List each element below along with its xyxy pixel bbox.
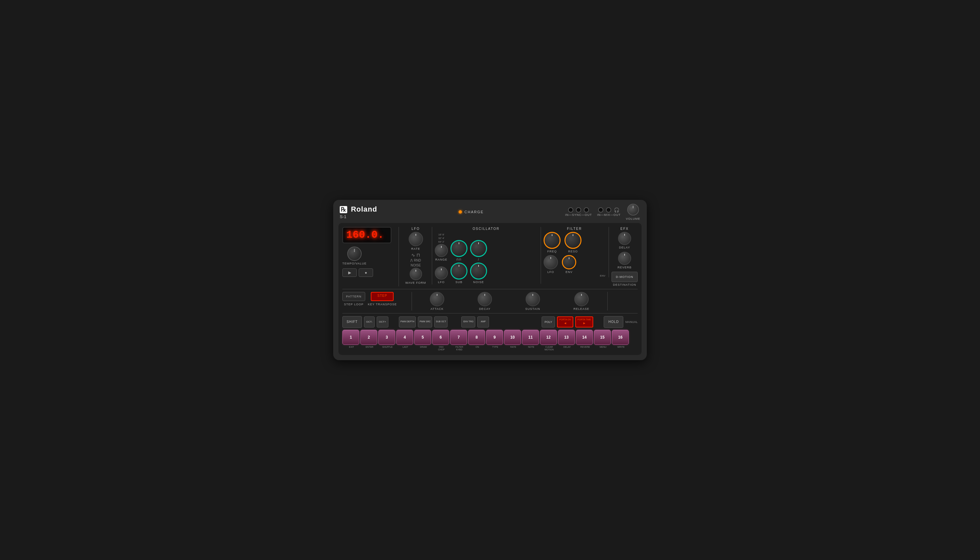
filter-freq-label: FREQ — [547, 250, 557, 253]
filter-reso-knob[interactable] — [564, 232, 581, 249]
env-section-label: ENV — [544, 274, 605, 277]
tempo-knob[interactable] — [347, 247, 362, 261]
range-labels-bot: 64' 2' — [438, 240, 444, 243]
osc-wave1-unit: ⊓⊓ — [451, 240, 467, 261]
step-button-11[interactable]: 11 — [522, 330, 539, 345]
bottom-top-row: SHIFT OCT- OCT+ PWM DEPTH PWM SRC SUB OC… — [342, 316, 638, 328]
step-button-16[interactable]: 16 — [612, 330, 629, 345]
step-button-13[interactable]: 13 — [558, 330, 575, 345]
hold-button[interactable]: HOLD — [604, 316, 623, 328]
oct-minus-label: OCT- — [366, 320, 372, 323]
wave-tri-icon[interactable]: /\ — [410, 258, 412, 263]
mix-jacks: 🎧 — [598, 207, 619, 213]
amp-button[interactable]: AMP — [477, 317, 489, 328]
step-button-10[interactable]: 10 — [504, 330, 521, 345]
wave-square-icon[interactable]: ⊓ — [416, 252, 420, 258]
amp-label: AMP — [481, 320, 486, 323]
osc-sub-knob[interactable] — [451, 263, 467, 280]
step-button-12[interactable]: 12 — [540, 330, 557, 345]
osc-wave2-knob[interactable] — [470, 240, 487, 257]
oct-plus-label: OCT+ — [379, 320, 386, 323]
range-32: 32' — [438, 237, 442, 240]
osc-noise-knob[interactable] — [470, 263, 487, 280]
env-release-unit: RELEASE — [573, 292, 589, 310]
step-button-8[interactable]: 8 — [468, 330, 485, 345]
osc-lfo-knob[interactable] — [435, 267, 448, 280]
dmotion-label: D-MOTION — [616, 275, 633, 278]
volume-knob[interactable] — [627, 204, 639, 215]
lfo-rate-knob[interactable] — [409, 232, 423, 246]
lfo-section: LFO RATE ∿ ⊓ /\ RND NOISE — [403, 227, 432, 284]
pwm-depth-button[interactable]: PWM DEPTH — [399, 317, 416, 328]
wave-sine-icon[interactable]: ∿ — [411, 252, 415, 258]
lfo-waveform-knob[interactable] — [410, 268, 422, 280]
pwm-src-button[interactable]: PWM SRC — [418, 317, 432, 328]
oct-plus-button[interactable]: OCT+ — [377, 317, 388, 328]
step-button-2[interactable]: 2 — [360, 330, 377, 345]
poly-button[interactable]: POLY — [542, 317, 555, 328]
step-button-5[interactable]: 5 — [414, 330, 431, 345]
env-attack-knob[interactable] — [430, 292, 444, 306]
efx-delay-label: DELAY — [619, 246, 630, 249]
step-button-15[interactable]: 15 — [594, 330, 611, 345]
jack-in — [568, 207, 573, 213]
shift-button[interactable]: SHIFT — [342, 316, 362, 328]
sub-oct-button[interactable]: SUB OCT — [434, 317, 447, 328]
sync-label: IN—SYNC—OUT — [565, 213, 592, 217]
sub-oct-label: SUB OCT — [436, 320, 446, 323]
env-decay-knob[interactable] — [477, 292, 492, 306]
env-trg-button[interactable]: ENV TRG — [461, 317, 475, 328]
headphone-icon: 🎧 — [614, 207, 619, 213]
filter-title: FILTER — [544, 227, 605, 230]
filter-lfo-knob[interactable] — [544, 255, 558, 269]
jack-out — [584, 207, 589, 213]
porta-on-button[interactable]: PORTA ON ◄ — [557, 317, 573, 328]
step-button-7[interactable]: 7 — [450, 330, 467, 345]
step-label-9: TYPE — [487, 346, 504, 352]
env-attack-label: ATTACK — [431, 307, 444, 310]
num-buttons-section: 12345678910111213141516 — [342, 330, 638, 345]
pattern-button[interactable]: PATTERN — [342, 292, 365, 301]
oct-minus-button[interactable]: OCT- — [364, 317, 375, 328]
charge-led — [459, 210, 462, 213]
osc-wave2-label: / — [478, 258, 479, 261]
range-2: 2' — [442, 240, 444, 243]
filter-env-unit: ENV — [562, 255, 576, 273]
step-button-9[interactable]: 9 — [486, 330, 503, 345]
step-button-3[interactable]: 3 — [378, 330, 395, 345]
play-button[interactable]: ▶ — [342, 268, 357, 277]
step-button-4[interactable]: 4 — [396, 330, 413, 345]
porta-time-button[interactable]: PORTA TIME ► — [575, 317, 594, 328]
wave-rnd-label: RND — [414, 258, 421, 262]
efx-delay-knob[interactable] — [618, 232, 631, 245]
brand-area: ℞ Roland S-1 — [340, 205, 377, 219]
filter-env-knob[interactable] — [562, 255, 576, 269]
rec-button[interactable]: ● — [359, 268, 373, 277]
sync-jack-group: IN—SYNC—OUT — [565, 207, 592, 217]
step-label-11: NOTE — [523, 346, 540, 352]
efx-delay-unit: DELAY — [618, 232, 631, 249]
jack-sync — [576, 207, 581, 213]
step-button[interactable]: STEP — [371, 292, 394, 301]
env-release-knob[interactable] — [574, 292, 589, 306]
separator-2 — [412, 292, 412, 310]
model-name: S-1 — [340, 214, 377, 219]
env-release-label: RELEASE — [573, 307, 589, 310]
step-button-14[interactable]: 14 — [576, 330, 593, 345]
env-sustain-unit: SUSTAIN — [525, 292, 540, 310]
env-sustain-knob[interactable] — [526, 292, 540, 306]
efx-reverb-knob[interactable] — [618, 252, 631, 265]
step-button-6[interactable]: 6 — [432, 330, 449, 345]
step-label-7: FILTER KYBD — [451, 346, 468, 352]
osc-noise-label: NOISE — [473, 280, 484, 284]
step-button-1[interactable]: 1 — [342, 330, 359, 345]
lfo-rate-label: RATE — [411, 247, 420, 250]
lfo-title: LFO — [412, 227, 420, 230]
waveform-noise: NOISE — [411, 263, 421, 267]
dmotion-button[interactable]: D-MOTION — [611, 272, 638, 282]
osc-wave1-knob[interactable] — [451, 240, 467, 257]
filter-freq-knob[interactable] — [544, 232, 561, 249]
osc-range-knob[interactable] — [435, 244, 448, 257]
brand-name: Roland — [351, 205, 377, 213]
filter-env-label: ENV — [566, 270, 573, 273]
